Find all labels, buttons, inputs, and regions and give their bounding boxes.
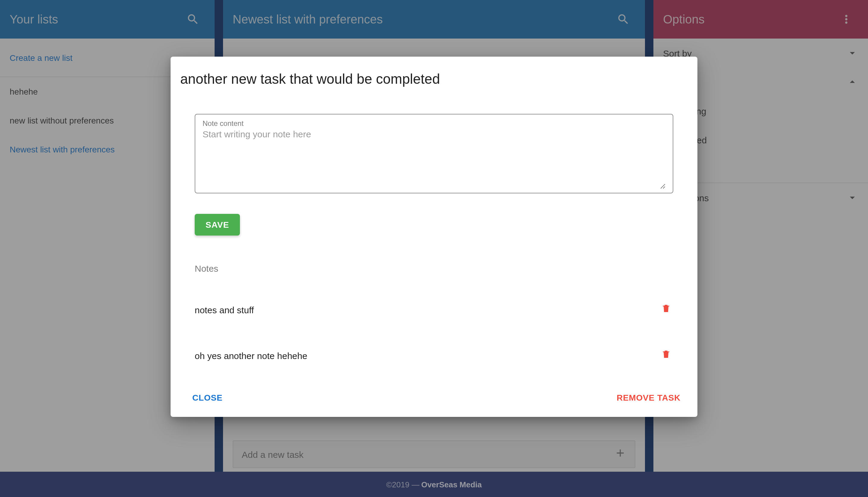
- note-content-field[interactable]: Note content: [195, 114, 673, 194]
- close-button[interactable]: CLOSE: [190, 389, 225, 406]
- trash-icon[interactable]: [659, 302, 673, 317]
- save-button[interactable]: SAVE: [195, 214, 240, 236]
- notes-heading: Notes: [195, 263, 673, 273]
- note-item: oh yes another note hehehe: [195, 348, 673, 363]
- note-content-input[interactable]: [202, 129, 666, 189]
- task-detail-dialog: another new task that would be completed…: [171, 57, 697, 417]
- remove-task-button[interactable]: REMOVE TASK: [614, 389, 683, 406]
- note-text: oh yes another note hehehe: [195, 350, 659, 360]
- trash-icon[interactable]: [659, 348, 673, 363]
- dialog-title: another new task that would be completed: [171, 66, 697, 94]
- note-content-label: Note content: [202, 119, 666, 128]
- modal-scrim[interactable]: another new task that would be completed…: [0, 0, 868, 497]
- note-text: notes and stuff: [195, 304, 659, 315]
- note-item: notes and stuff: [195, 302, 673, 317]
